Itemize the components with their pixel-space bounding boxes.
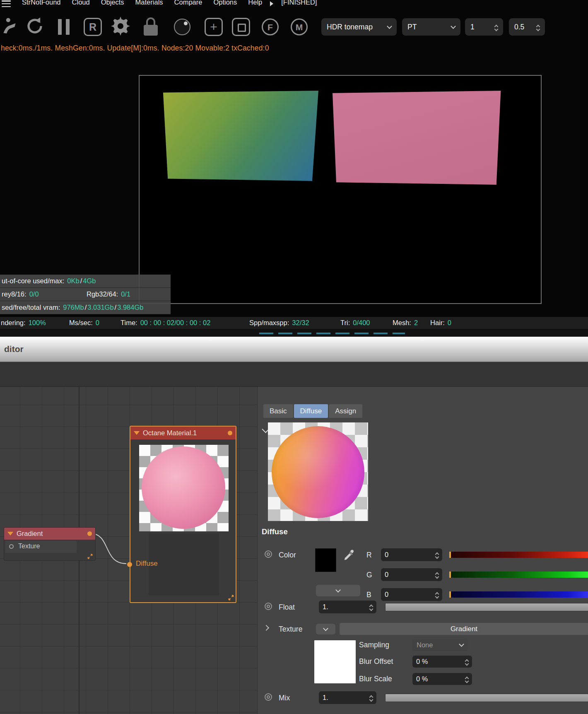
blur-offset-spinner[interactable]: 0 % (412, 656, 472, 668)
expand-icon[interactable] (87, 553, 93, 559)
status-time: Time:00 : 00 : 02/00 : 00 : 02 (120, 317, 210, 329)
node-octane-material[interactable]: Octane Material.1 Diffuse (130, 426, 236, 603)
tonemap-dropdown[interactable]: HDR tonemap (321, 18, 397, 36)
expand-icon[interactable] (228, 595, 234, 601)
collapse-triangle-icon[interactable] (134, 431, 140, 435)
stepper-arrows-icon[interactable] (537, 24, 540, 31)
stepper-arrows-icon[interactable] (436, 591, 439, 598)
pause-render-icon[interactable] (58, 19, 70, 35)
collapse-triangle-icon[interactable] (7, 532, 13, 536)
float-anim-dot[interactable] (265, 603, 272, 610)
status-mesh: Mesh:2 (393, 317, 418, 329)
restart-render-icon[interactable] (25, 16, 45, 38)
node-octane-material-header[interactable]: Octane Material.1 (130, 427, 236, 439)
mix-slider[interactable] (385, 694, 588, 702)
submenu-arrow-icon (270, 1, 273, 6)
section-title: Diffuse (262, 527, 288, 536)
b-label: B (366, 591, 371, 599)
stepper-arrows-icon[interactable] (495, 24, 498, 31)
octane-app-window: StrNotFound Cloud Objects Materials Comp… (0, 0, 588, 714)
texture-type-dropdown[interactable] (316, 624, 335, 634)
float-slider[interactable] (385, 603, 588, 611)
r-value-spinner[interactable]: 0 (381, 548, 442, 561)
float-label: Float (279, 603, 295, 612)
g-label: G (366, 571, 372, 579)
color-anim-dot[interactable] (265, 550, 272, 558)
node-gradient[interactable]: Gradient Texture (4, 527, 96, 561)
eyedropper-icon[interactable] (343, 549, 355, 562)
window-bottom-strip (0, 329, 588, 337)
stepper-arrows-icon[interactable] (436, 551, 439, 558)
gear-icon[interactable] (110, 16, 131, 38)
kernel-dropdown[interactable]: PT (402, 18, 460, 36)
render-ball-icon[interactable] (174, 19, 190, 35)
stepper-arrows-icon[interactable] (465, 675, 468, 683)
mix-value-spinner[interactable]: 1. (319, 691, 376, 704)
material-attributes-panel: Basic Diffuse Assign Diffuse Color R 0 G… (257, 387, 588, 714)
color-options-dropdown[interactable] (316, 585, 360, 596)
scale-spinner-value: 0.5 (514, 23, 524, 31)
menu-item-cloud[interactable]: Cloud (72, 0, 90, 6)
texture-input-port[interactable] (9, 544, 14, 549)
render-finished-label: [FINISHED] (281, 0, 317, 6)
region-render-button[interactable]: R (84, 18, 102, 36)
g-value-spinner[interactable]: 0 (381, 568, 442, 581)
b-value-spinner[interactable]: 0 (381, 588, 442, 601)
stepper-arrows-icon[interactable] (370, 694, 373, 701)
node-gradient-header[interactable]: Gradient (4, 528, 95, 540)
texture-preview-swatch[interactable] (314, 640, 356, 683)
chevron-down-icon (459, 642, 464, 647)
octane-logo-icon[interactable] (0, 16, 21, 38)
texture-label: Texture (279, 625, 302, 634)
picture-frame-icon[interactable] (232, 18, 250, 36)
node-editor-titlebar[interactable]: ditor (0, 337, 588, 362)
stepper-arrows-icon[interactable] (436, 571, 439, 578)
texture-stats-row: rey8/16: 0/0 Rgb32/64: 0/1 (0, 288, 171, 301)
mix-anim-dot[interactable] (265, 693, 272, 701)
status-tri: Tri:0/400 (340, 317, 370, 329)
green-channel-slider[interactable] (449, 572, 588, 578)
texture-port-label: Texture (18, 543, 40, 550)
color-label: Color (279, 551, 296, 560)
r-label: R (366, 551, 372, 560)
stepper-arrows-icon[interactable] (465, 658, 468, 665)
diffuse-input-port[interactable] (127, 562, 132, 567)
tab-assign[interactable]: Assign (329, 404, 362, 418)
node-graph-canvas[interactable]: Octane Material.1 Diffuse Gradient (0, 387, 257, 714)
red-channel-slider[interactable] (449, 552, 588, 558)
blur-offset-value: 0 % (416, 658, 428, 666)
node-output-port[interactable] (87, 531, 92, 536)
float-value-spinner[interactable]: 1. (319, 601, 376, 613)
blue-channel-slider[interactable] (449, 591, 588, 598)
scale-spinner[interactable]: 0.5 (509, 18, 545, 36)
menu-item-options[interactable]: Options (213, 0, 237, 6)
texture-gradient-button[interactable]: Gradient (340, 623, 588, 635)
chevron-down-icon (335, 587, 341, 593)
vram-stats-row: sed/free/total vram: 976Mb / 3.031Gb / 3… (0, 301, 171, 314)
add-button[interactable]: + (205, 18, 223, 36)
menu-item-materials[interactable]: Materials (135, 0, 163, 6)
lock-icon[interactable] (143, 17, 158, 36)
menu-item-compare[interactable]: Compare (174, 0, 202, 6)
tab-diffuse[interactable]: Diffuse (294, 404, 328, 418)
material-picker-button[interactable]: M (291, 19, 308, 36)
node-output-port[interactable] (228, 431, 232, 435)
tonemap-dropdown-value: HDR tonemap (327, 23, 373, 31)
blur-scale-spinner[interactable]: 0 % (412, 673, 472, 685)
r-value: 0 (385, 551, 388, 559)
menu-item-help[interactable]: Help (248, 0, 262, 6)
tab-basic[interactable]: Basic (263, 404, 293, 418)
node-editor-toolbar (0, 362, 588, 387)
render-view[interactable] (139, 75, 542, 304)
texture-expander-chevron-icon[interactable] (263, 625, 269, 631)
samples-spinner[interactable]: 1 (465, 18, 503, 36)
menu-item-strnotfound[interactable]: StrNotFound (22, 0, 61, 6)
hamburger-menu-icon[interactable] (2, 0, 11, 7)
menu-item-objects[interactable]: Objects (101, 0, 124, 6)
color-swatch[interactable] (315, 548, 336, 572)
stepper-arrows-icon[interactable] (370, 603, 373, 610)
focus-picker-button[interactable]: F (262, 19, 279, 36)
status-spp: Spp/maxspp:32/32 (249, 317, 309, 329)
sampling-dropdown[interactable]: None (412, 639, 468, 651)
chevron-down-icon (387, 24, 392, 29)
